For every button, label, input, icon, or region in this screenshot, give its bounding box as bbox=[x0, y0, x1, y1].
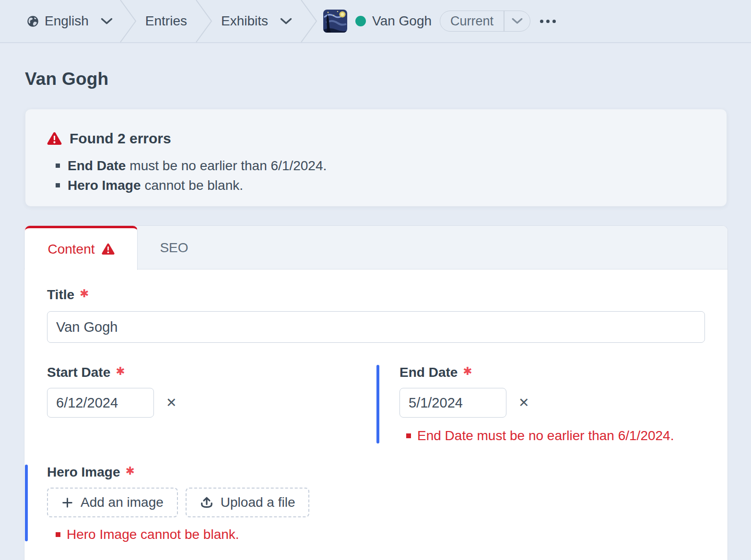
error-summary-item: Hero Imagecannot be blank. bbox=[56, 175, 727, 195]
globe-icon bbox=[26, 15, 39, 28]
error-summary: Found 2 errors End Datemust be no earlie… bbox=[25, 109, 727, 207]
hero-image-label: Hero Image bbox=[47, 465, 120, 480]
breadcrumb-exhibits[interactable]: Exhibits bbox=[221, 13, 292, 29]
tab-bar: Content SEO bbox=[24, 226, 728, 269]
upload-icon bbox=[200, 496, 213, 509]
start-date-field: Start Date ✱ ✕ bbox=[47, 365, 376, 443]
error-summary-item: End Datemust be no earlier than 6/1/2024… bbox=[56, 156, 727, 175]
warning-triangle-icon bbox=[47, 132, 62, 145]
tab-error-icon bbox=[102, 243, 115, 255]
end-date-input[interactable] bbox=[399, 388, 506, 418]
required-asterisk: ✱ bbox=[80, 287, 89, 300]
breadcrumb-separator bbox=[119, 0, 137, 42]
end-date-error: End Date must be no earlier than 6/1/202… bbox=[399, 428, 674, 443]
modified-indicator-bar bbox=[376, 365, 379, 443]
hero-image-error: Hero Image cannot be blank. bbox=[47, 527, 705, 542]
status-dot-live bbox=[355, 16, 366, 26]
tab-seo[interactable]: SEO bbox=[138, 226, 210, 269]
required-asterisk: ✱ bbox=[463, 364, 472, 378]
title-field: Title ✱ bbox=[47, 287, 705, 343]
plus-icon bbox=[61, 497, 73, 509]
date-fields-row: Start Date ✱ ✕ End Date ✱ ✕ End Date mus… bbox=[47, 365, 705, 443]
clear-end-date-button[interactable]: ✕ bbox=[517, 396, 530, 410]
breadcrumb-separator bbox=[300, 0, 317, 42]
action-menu-button[interactable] bbox=[538, 0, 558, 42]
tab-content[interactable]: Content bbox=[25, 226, 138, 270]
chevron-down-icon bbox=[280, 18, 292, 25]
breadcrumb-entries[interactable]: Entries bbox=[145, 13, 187, 29]
breadcrumb-bar: English Entries Exhibits bbox=[0, 0, 751, 43]
end-date-field: End Date ✱ ✕ End Date must be no earlier… bbox=[376, 365, 674, 443]
modified-indicator-bar bbox=[25, 465, 28, 541]
ellipsis-icon bbox=[540, 20, 543, 23]
required-asterisk: ✱ bbox=[116, 364, 125, 378]
revision-label: Current bbox=[440, 14, 504, 29]
chevron-down-icon[interactable] bbox=[505, 18, 530, 24]
site-label: English bbox=[45, 13, 89, 29]
error-summary-heading: Found 2 errors bbox=[70, 130, 171, 147]
required-asterisk: ✱ bbox=[126, 464, 135, 478]
entry-thumbnail-starry-night bbox=[323, 10, 347, 33]
start-date-input[interactable] bbox=[47, 388, 154, 418]
bullet-square bbox=[56, 183, 60, 187]
error-bullet-square bbox=[56, 532, 60, 537]
site-switcher[interactable]: English bbox=[26, 13, 113, 29]
add-image-button[interactable]: Add an image bbox=[47, 488, 178, 517]
start-date-label: Start Date bbox=[47, 365, 110, 380]
breadcrumb-separator bbox=[195, 0, 212, 42]
breadcrumb-entry-title: Van Gogh bbox=[372, 13, 432, 29]
title-input[interactable] bbox=[47, 311, 705, 343]
hero-image-field: Hero Image ✱ Add an image Upload a file bbox=[24, 465, 705, 541]
chevron-down-icon bbox=[101, 18, 113, 25]
title-label: Title bbox=[47, 287, 74, 303]
clear-start-date-button[interactable]: ✕ bbox=[165, 396, 178, 410]
bullet-square bbox=[56, 163, 60, 168]
end-date-label: End Date bbox=[399, 365, 458, 380]
page-title: Van Gogh bbox=[25, 69, 751, 89]
error-bullet-square bbox=[406, 433, 411, 438]
entry-form-panel: Content SEO Title ✱ Start Date ✱ bbox=[24, 225, 728, 560]
revision-menu-button[interactable]: Current bbox=[440, 11, 530, 32]
upload-file-button[interactable]: Upload a file bbox=[186, 488, 310, 517]
